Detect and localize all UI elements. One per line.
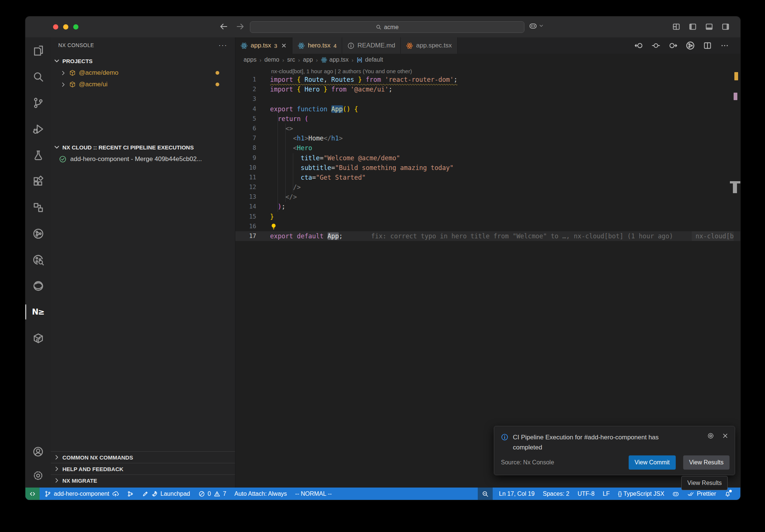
tab-label: app.tsx (251, 42, 271, 49)
activity-item-source-control[interactable] (25, 90, 51, 116)
activity-item-edge-browser[interactable] (25, 273, 51, 299)
pencil-icon (142, 491, 149, 497)
forward-icon[interactable] (235, 22, 245, 31)
tab-app.tsx[interactable]: app.tsx3 (235, 37, 292, 54)
activity-item-graph-search[interactable] (25, 247, 51, 273)
code-line-14: 14 ); (235, 202, 740, 211)
status-cursor-position[interactable]: Ln 17, Col 19 (495, 488, 539, 500)
project-item[interactable]: @acme/ui (51, 79, 235, 90)
info-icon (501, 433, 508, 441)
activity-item-containers[interactable] (25, 325, 51, 351)
activity-item-explorer[interactable] (25, 37, 51, 64)
back-icon[interactable] (219, 22, 229, 31)
navigate-forward-change-icon[interactable] (669, 41, 678, 50)
pipeline-execution-item[interactable]: add-hero-component - Merge 409b44e5cb02.… (51, 154, 235, 165)
view-commit-button[interactable]: View Commit (629, 455, 676, 470)
token: = (320, 154, 323, 162)
tab-hero.tsx[interactable]: hero.tsx4 (292, 37, 342, 54)
view-results-button[interactable]: View Results (683, 455, 730, 470)
project-item[interactable]: @acme/demo (51, 67, 235, 78)
lightbulb-icon[interactable] (270, 223, 277, 230)
section-help-and-feedback[interactable]: HELP AND FEEDBACK (51, 463, 235, 474)
activity-item-extensions[interactable] (25, 168, 51, 194)
status-git-branch[interactable]: add-hero-component (40, 488, 123, 500)
status-dot (216, 71, 219, 75)
copilot-menu[interactable] (529, 22, 543, 30)
line-number: 6 (235, 124, 262, 133)
activity-item-accounts[interactable] (25, 440, 51, 464)
token: "Build something amazing today" (335, 164, 453, 171)
search-value: acme (384, 24, 399, 31)
status-vim-mode[interactable]: -- NORMAL -- (291, 488, 336, 500)
token (350, 105, 354, 113)
code-text: } (262, 212, 274, 222)
activity-item-settings[interactable] (25, 464, 51, 488)
code-editor[interactable]: nx-cloud[bot], 1 hour ago | 2 authors (Y… (235, 66, 740, 488)
status-problems[interactable]: 07 (194, 488, 230, 500)
zoom-window-button[interactable] (73, 24, 78, 30)
code-text: subtitle="Build something amazing today" (262, 163, 453, 173)
status-language-mode[interactable]: {} TypeScript JSX (614, 488, 668, 500)
token: > (339, 134, 343, 142)
activity-item-nx-console[interactable]: N≥ (25, 299, 51, 325)
zoom-out-icon (482, 491, 489, 497)
section-projects[interactable]: PROJECTS (51, 55, 235, 66)
more-actions-icon[interactable]: ··· (219, 41, 227, 49)
minimize-window-button[interactable] (63, 24, 68, 30)
token (270, 203, 278, 210)
toggle-panel-icon[interactable] (705, 22, 713, 31)
activity-item-references[interactable] (25, 194, 51, 220)
section-common-nx-commands[interactable]: COMMON NX COMMANDS (51, 451, 235, 463)
status-encoding[interactable]: UTF-8 (573, 488, 598, 500)
breadcrumb-item-src[interactable]: src (287, 56, 295, 63)
token: "Welcome @acme/demo" (323, 154, 400, 162)
token: "Get Started" (316, 174, 366, 181)
breadcrumb-separator: › (282, 57, 284, 63)
status-launchpad[interactable]: Launchpad (138, 488, 194, 500)
breadcrumb-item-default[interactable]: default (356, 56, 383, 63)
section-nx-migrate[interactable]: NX MIGRATE (51, 474, 235, 486)
section-nx-cloud[interactable]: NX CLOUD :: RECENT CI PIPELINE EXECUTION… (51, 142, 235, 153)
layout-customize-icon[interactable] (672, 22, 681, 31)
status-auto-attach[interactable]: Auto Attach: Always (230, 488, 291, 500)
breadcrumb-item-app.tsx[interactable]: app.tsx (321, 56, 349, 63)
line-number: 16 (235, 222, 262, 231)
status-text: {} TypeScript JSX (618, 491, 664, 497)
close-window-button[interactable] (53, 24, 58, 30)
status-zoom-status[interactable] (478, 488, 493, 500)
status-indentation[interactable]: Spaces: 2 (539, 488, 573, 500)
warning-triangle-icon (214, 491, 220, 497)
breadcrumb-item-demo[interactable]: demo (264, 56, 279, 63)
close-icon[interactable] (722, 432, 729, 439)
token: h1 (297, 134, 304, 142)
status-remote-indicator[interactable] (25, 488, 40, 500)
open-commit-graph-icon[interactable] (686, 41, 695, 50)
split-editor-icon[interactable] (703, 41, 712, 50)
activity-item-run-and-debug[interactable] (25, 116, 51, 142)
tab-README.md[interactable]: README.md (342, 37, 401, 54)
tab-app.spec.tsx[interactable]: app.spec.tsx (401, 37, 457, 54)
token: ( (304, 115, 308, 123)
indent-guide (285, 124, 286, 202)
status-git-graph[interactable] (123, 488, 138, 500)
status-copilot-status[interactable] (668, 488, 683, 500)
change-indicator-icon[interactable] (651, 41, 660, 50)
breadcrumb-item-apps[interactable]: apps (244, 56, 257, 63)
navigate-back-change-icon[interactable] (634, 41, 643, 50)
code-line-12: 12 /> (235, 182, 740, 192)
activity-item-testing[interactable] (25, 142, 51, 168)
more-actions-icon[interactable] (720, 41, 729, 50)
status-eol[interactable]: LF (599, 488, 614, 500)
section-label: NX MIGRATE (62, 477, 97, 484)
command-center-search[interactable]: acme (250, 21, 524, 33)
activity-item-search[interactable] (25, 64, 51, 90)
token: () (343, 105, 350, 113)
token: export (270, 105, 297, 113)
gear-icon[interactable] (707, 432, 714, 439)
search-icon (376, 24, 381, 30)
breadcrumb-item-app[interactable]: app (303, 56, 313, 63)
history-nav (219, 22, 245, 31)
toggle-primary-sidebar-icon[interactable] (688, 22, 697, 31)
toggle-secondary-sidebar-icon[interactable] (721, 22, 730, 31)
activity-item-commit-graph[interactable] (25, 220, 51, 247)
